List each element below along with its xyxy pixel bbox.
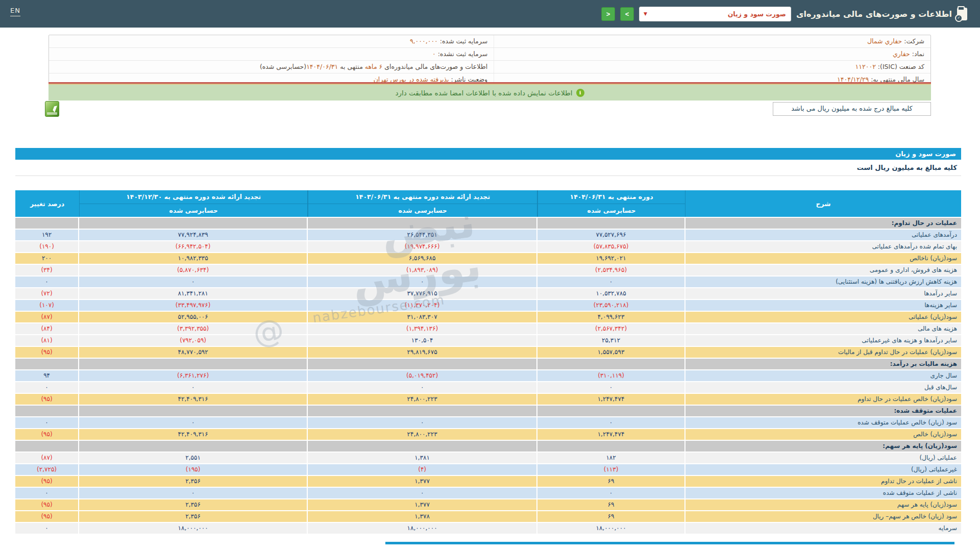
cell-value: ۸۱,۳۴۱,۲۸۱ [79,288,308,299]
row-label: هزینه های مالی [685,323,961,334]
table-row: سال جاری(۳۱۰,۱۱۹)(۵,۰۱۹,۴۵۲)(۶,۳۶۱,۲۷۶)۹… [15,370,961,381]
cell-value: (۳,۳۹۲,۳۵۵) [79,323,308,334]
header-prior-6m-title: تجدید ارائه شده دوره منتهی به ۱۴۰۳/۰۶/۳۱ [308,190,537,204]
row-label: غیرعملیاتی (ریال) [685,464,961,475]
row-label: سال جاری [685,370,961,381]
cell-value: ۱۰,۹۸۲,۳۳۵ [79,253,308,264]
units-note-box: کلیه مبالغ درج شده به میلیون ریال می باش… [773,102,931,116]
cell-value: (۲,۷۲۵) [15,464,79,475]
cell-value: ۷۷,۵۲۷,۶۹۶ [537,230,685,240]
info-value: حفاري شمال [867,37,902,45]
next-statement-button[interactable]: > [620,7,634,21]
cell-value [15,406,79,416]
cell-value: ۶۹ [537,499,685,510]
cell-value: (۱۹۰) [15,241,79,252]
cell-value: ۶۹ [537,511,685,522]
company-info-cell-left: سرمایه ثبت نشده: ۰ [49,48,494,60]
cell-value [79,406,308,416]
cell-value: (۱۹,۹۷۴,۶۶۶) [308,241,537,252]
table-row: هزینه های فروش، اداری و عمومی(۲,۵۳۴,۹۶۵)… [15,265,961,276]
cell-value: ۰ [308,277,537,287]
check-icon: ✓ [955,14,963,22]
header-desc: شرح [685,190,961,217]
cell-value: ۱,۳۸۱ [308,453,537,463]
cell-value [537,441,685,452]
company-info-cell-right: نماد: حفاري [494,48,930,60]
company-info-table: شرکت: حفاري شمالسرمایه ثبت شده: ۹,۰۰۰,۰۰… [48,35,931,86]
table-row: ناشی از عملیات متوقف شده۰۰۰۰ [15,488,961,498]
company-info-cell-right: کد صنعت (ISIC): ۱۱۲۰۰۲ [494,61,930,73]
cell-value: (۹۵) [15,394,79,405]
row-label: عملیات متوقف شده: [685,406,961,416]
cell-value: (۲,۵۶۷,۳۴۲) [537,323,685,334]
cell-value: (۱۰۷) [15,300,79,311]
table-row: سود(زیان) پایه هر سهم۶۹۱,۳۷۷۲,۳۵۶(۹۵) [15,499,961,510]
cell-value: (۷۲) [15,288,79,299]
cell-value: (۱۹۵) [79,464,308,475]
row-label: سود(زیان) پایه هر سهم [685,499,961,510]
company-info-cell-left: سرمایه ثبت شده: ۹,۰۰۰,۰۰۰ [49,35,494,47]
info-value: حفاري [893,50,910,58]
header-prior-year-audit: حسابرسی شده [80,204,307,217]
language-toggle-en[interactable]: EN [10,7,20,16]
cell-value: ۰ [79,277,308,287]
cell-value [79,218,308,229]
row-label: ناشی از عملیات متوقف شده [685,488,961,498]
cell-value [15,359,79,369]
statement-type-select[interactable]: صورت سود و زیان ▼ [639,7,791,21]
header-current-period-audit: حسابرسی شده [538,204,685,217]
cell-value: (۴) [308,464,537,475]
page-title: اطلاعات و صورت‌های مالی میاندوره‌ای [796,9,952,19]
row-label: سود(زیان) پایه هر سهم: [685,441,961,452]
section-row: عملیات متوقف شده: [15,406,961,416]
info-value: ۹,۰۰۰,۰۰۰ [410,37,438,45]
cell-value: ۰ [15,277,79,287]
row-label: سود (زیان) خالص هر سهم– ریال [685,511,961,522]
table-row: سود(زیان) عملیات در حال تداوم قبل از مال… [15,347,961,358]
cell-value: ۱۸,۰۰۰,۰۰۰ [79,523,308,534]
previous-statement-button[interactable]: < [601,7,615,21]
cell-value: ۱,۳۷۷ [308,499,537,510]
cell-value [79,359,308,369]
cell-value: ۰ [537,277,685,287]
info-value: ۱۴۰۴/۰۶/۳۱ [306,63,338,70]
cell-value: (۱,۸۹۳,۰۸۹) [308,265,537,276]
excel-export-icon[interactable] [45,101,59,117]
section-row: عملیات در حال تداوم: [15,218,961,229]
cell-value: ۰ [15,488,79,498]
row-label: سود(زیان) عملیات در حال تداوم قبل از مال… [685,347,961,358]
header-current-period: دوره منتهی به ۱۴۰۴/۰۶/۳۱ حسابرسی شده [537,190,685,217]
table-row: بهای تمام شده درآمدهای عملیاتی(۵۷,۸۳۵,۶۷… [15,241,961,252]
section-row: هزینه مالیات بر درآمد: [15,359,961,369]
cell-value [308,441,537,452]
cell-value: ۳۷,۷۷۶,۹۱۵ [308,288,537,299]
cell-value: (۸۷) [15,453,79,463]
header-prior-year-period: تجدید ارائه شده دوره منتهی به ۱۴۰۳/۱۲/۳۰… [79,190,308,217]
cell-value: ۲,۵۵۱ [79,453,308,463]
cell-value: ۷۷,۹۲۴,۸۳۹ [79,230,308,240]
page: EN ✓ اطلاعات و صورت‌های مالی میاندوره‌ای… [0,0,980,551]
cell-value: ۲,۳۵۶ [79,499,308,510]
info-label: اطلاعات و صورت‌های مالی میاندوره‌ای [382,63,487,70]
cell-value: (۹۵) [15,476,79,487]
table-row: درآمدهای عملیاتی۷۷,۵۲۷,۶۹۶۲۶,۵۴۴,۳۵۱۷۷,۹… [15,230,961,240]
table-row: سود(زیان) ناخالص۱۹,۶۹۲,۰۲۱۶,۵۶۹,۶۸۵۱۰,۹۸… [15,253,961,264]
cell-value: (۶۶,۹۴۲,۵۰۴) [79,241,308,252]
cell-value: ۱,۲۴۷,۴۷۴ [537,394,685,405]
cell-value: ۰ [537,488,685,498]
cell-value: ۹۴ [15,370,79,381]
cell-value: ۰ [79,382,308,393]
cell-value: ۱۰,۵۳۲,۷۸۵ [537,288,685,299]
table-row: غیرعملیاتی (ریال)(۱۱۳)(۴)(۱۹۵)(۲,۷۲۵) [15,464,961,475]
cell-value: ۴۸,۷۷۰,۵۹۲ [79,347,308,358]
cell-value: ۴,۰۹۹,۶۲۳ [537,312,685,322]
row-label: درآمدهای عملیاتی [685,230,961,240]
cell-value: ۰ [79,417,308,428]
row-label: هزینه های فروش، اداری و عمومی [685,265,961,276]
info-icon: i [576,89,584,97]
table-row: عملیاتی (ریال)۱۸۲۱,۳۸۱۲,۵۵۱(۸۷) [15,453,961,463]
header-prior-6m-audit: حسابرسی شده [308,204,537,217]
cell-value: ۲۰۰ [15,253,79,264]
header-prior-year-title: تجدید ارائه شده دوره منتهی به ۱۴۰۳/۱۲/۳۰ [80,190,307,204]
cell-value: ۲۴,۸۰۰,۲۲۳ [308,429,537,440]
